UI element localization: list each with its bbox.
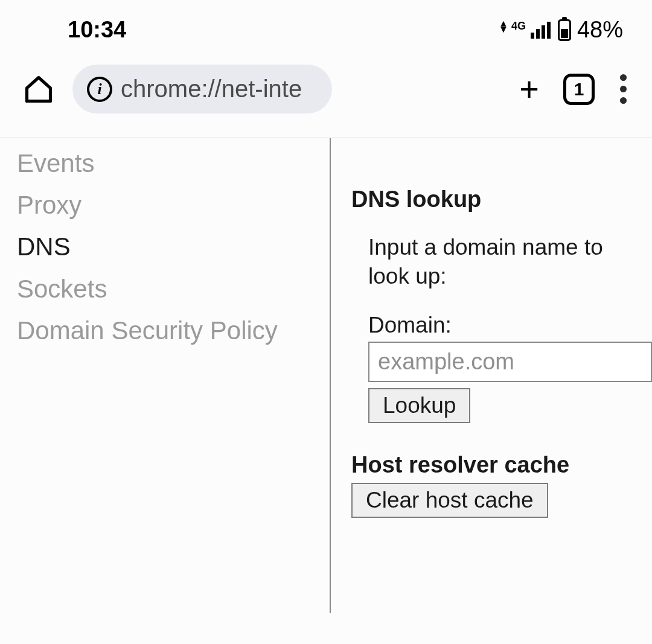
main-panel: DNS lookup Input a domain name to look u… <box>331 138 652 613</box>
domain-input[interactable] <box>368 342 652 382</box>
tab-switcher-button[interactable]: 1 <box>563 74 595 105</box>
page-content: Events Proxy DNS Sockets Domain Security… <box>0 138 652 613</box>
clear-host-cache-button[interactable]: Clear host cache <box>351 483 548 518</box>
menu-button[interactable] <box>612 74 635 104</box>
address-bar[interactable]: i chrome://net-inte <box>72 65 332 113</box>
host-cache-heading: Host resolver cache <box>351 452 652 478</box>
battery-icon <box>558 19 571 41</box>
new-tab-button[interactable]: + <box>512 72 546 106</box>
network-type-label: 4G <box>511 20 526 33</box>
url-text: chrome://net-inte <box>121 75 302 103</box>
browser-toolbar: i chrome://net-inte + 1 <box>0 50 652 138</box>
data-arrows-icon: ▲▼ <box>499 21 508 33</box>
dns-lookup-instruction: Input a domain name to look up: <box>368 233 634 291</box>
domain-field-label: Domain: <box>368 313 652 338</box>
sidebar-item-events[interactable]: Events <box>17 143 330 183</box>
status-bar: 10:34 ▲▼ 4G 48% <box>0 0 652 50</box>
dns-lookup-heading: DNS lookup <box>351 187 652 212</box>
tab-count-label: 1 <box>574 79 584 100</box>
status-right: ▲▼ 4G 48% <box>499 17 623 43</box>
status-time: 10:34 <box>68 17 126 43</box>
sidebar-item-sockets[interactable]: Sockets <box>17 269 330 309</box>
sidebar-item-dns[interactable]: DNS <box>17 226 330 267</box>
sidebar-item-proxy[interactable]: Proxy <box>17 185 330 225</box>
signal-icon <box>531 22 551 39</box>
sidebar-item-domain-security-policy[interactable]: Domain Security Policy <box>17 310 330 351</box>
dns-lookup-section: Input a domain name to look up: Domain: … <box>351 233 652 423</box>
dot-icon <box>620 86 627 92</box>
dot-icon <box>620 97 627 104</box>
site-info-icon[interactable]: i <box>87 77 112 102</box>
home-icon <box>23 74 54 105</box>
dot-icon <box>620 74 627 81</box>
sidebar: Events Proxy DNS Sockets Domain Security… <box>0 138 331 613</box>
battery-percentage: 48% <box>577 17 623 43</box>
home-button[interactable] <box>22 72 56 106</box>
lookup-button[interactable]: Lookup <box>368 388 470 423</box>
